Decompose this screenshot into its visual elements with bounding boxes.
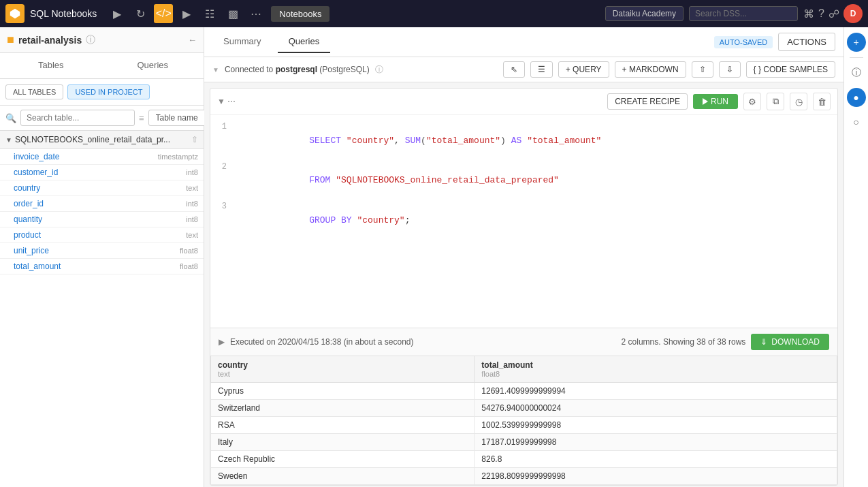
list-item[interactable]: order_id int8 [0,196,204,212]
list-item[interactable]: quantity int8 [0,212,204,227]
autosaved-badge: AUTO-SAVED [714,36,773,48]
up-arrow-btn[interactable]: ⇧ [692,61,713,78]
all-tables-button[interactable]: ALL TABLES [5,84,63,99]
table-row: Czech Republic 826.8 [211,450,837,467]
delete-icon[interactable]: 🗑 [813,93,831,110]
query-button[interactable]: + QUERY [558,61,609,78]
code-editor[interactable]: 1 SELECT "country", SUM("total_amount") … [210,115,837,328]
user-avatar[interactable]: D [843,4,863,23]
list-item[interactable]: country text [0,180,204,196]
table-row: Switzerland 54276.940000000024 [211,399,837,416]
nav-icon-code[interactable]: </> [154,4,173,23]
results-container: country text total_amount float8 [210,356,837,485]
cell-total: 17187.01999999998 [475,433,837,450]
code-line: 3 GROUP BY "country"; [210,200,837,240]
project-info-icon[interactable]: ⓘ [86,34,95,46]
table-list: ▼ SQLNOTEBOOKS_online_retail_data_pr... … [0,131,204,487]
rows-info: 2 columns. Showing 38 of 38 rows [622,337,746,347]
top-navbar: SQL Notebooks ▶ ↻ </> ▶ ☷ ▩ ⋯ Notebooks … [0,0,868,27]
nav-icon-refresh[interactable]: ↻ [131,4,150,23]
field-type: int8 [186,168,198,176]
nav-icon-more[interactable]: ⋯ [246,4,266,23]
back-arrow-icon[interactable]: ← [188,35,197,45]
code-samples-button[interactable]: { } CODE SAMPLES [746,61,835,78]
app-logo [5,4,25,23]
app-title: SQL Notebooks [30,8,97,19]
info-panel-icon[interactable]: ⓘ [847,63,866,82]
table-row: RSA 1002.5399999999998 [211,416,837,433]
copy-icon[interactable]: ⧉ [767,93,784,110]
expand-icon[interactable]: ⇖ [503,61,525,78]
search-icon: 🔍 [5,113,16,123]
create-recipe-button[interactable]: CREATE RECIPE [607,93,688,110]
field-name: order_id [14,199,186,208]
circle-outline-icon[interactable]: ○ [847,112,866,131]
cell-country: Sweden [211,467,475,484]
download-icon: ⇓ [760,337,767,347]
code-line: 1 SELECT "country", SUM("total_amount") … [210,121,837,161]
list-item[interactable]: unit_price float8 [0,243,204,259]
tab-summary[interactable]: Summary [212,31,272,53]
run-button[interactable]: RUN [693,94,738,109]
nav-icon-screen[interactable]: ▩ [223,4,242,23]
nav-icon-grid[interactable]: ☷ [200,4,219,23]
field-name: quantity [14,215,186,224]
share-icon[interactable]: ⇧ [191,135,198,144]
tab-tables[interactable]: Tables [0,53,102,78]
cell-total: 826.8 [475,450,837,467]
cell-country: Czech Republic [211,450,475,467]
execution-text: Executed on 2020/04/15 18:38 (in about a… [230,337,414,347]
grid-icon[interactable]: ⌘ [803,7,814,20]
actions-button[interactable]: ACTIONS [778,33,835,51]
dataiku-academy-button[interactable]: Dataiku Academy [605,6,684,21]
global-search-input[interactable] [689,6,798,21]
table-group: ▼ SQLNOTEBOOKS_online_retail_data_pr... … [0,131,204,274]
dots-toggle[interactable]: ▼ ⋯ [217,97,236,106]
sidebar-filter-controls: ALL TABLES USED IN PROJECT [0,79,204,106]
panel-divider [850,57,863,58]
table-group-header[interactable]: ▼ SQLNOTEBOOKS_online_retail_data_pr... … [0,131,204,149]
search-input[interactable] [20,110,135,126]
tab-queries[interactable]: Queries [278,31,331,53]
field-type: timestamptz [158,153,198,161]
help-icon[interactable]: ? [818,7,824,20]
list-view-btn[interactable]: ☰ [530,61,553,78]
cell-total: 12691.4099999999994 [475,382,837,399]
chart-icon[interactable]: ☍ [829,7,839,20]
connection-info-icon[interactable]: ⓘ [375,64,383,76]
list-item[interactable]: customer_id int8 [0,165,204,180]
editor-area: ▼ Connected to postgresql (PostgreSQL) ⓘ… [204,57,843,487]
notebooks-button[interactable]: Notebooks [271,6,329,22]
connection-bar: ▼ Connected to postgresql (PostgreSQL) ⓘ… [204,57,843,82]
tab-queries[interactable]: Queries [102,53,204,78]
clock-icon[interactable]: ◷ [790,93,807,110]
markdown-button[interactable]: + MARKDOWN [615,61,686,78]
code-line: 2 FROM "SQLNOTEBOOKS_online_retail_data_… [210,161,837,201]
used-in-project-button[interactable]: USED IN PROJECT [67,84,150,99]
cell-total: 22198.8099999999998 [475,467,837,484]
nav-icon-arrow[interactable]: ▶ [108,4,127,23]
sort-icon: ≡ [139,113,144,123]
list-item[interactable]: invoice_date timestamptz [0,149,204,165]
svg-marker-0 [10,9,20,18]
cell-country: RSA [211,416,475,433]
chevron-down-icon: ▼ [5,136,12,144]
field-type: int8 [186,215,198,223]
col-header-country: country text [211,356,475,382]
field-name: unit_price [14,246,180,255]
table-row: Cyprus 12691.4099999999994 [211,382,837,399]
execution-status: ▶ Executed on 2020/04/15 18:38 (in about… [210,328,837,356]
settings-icon[interactable]: ⚙ [743,93,761,110]
cell-total: 54276.940000000024 [475,399,837,416]
check-icon: ▶ [219,337,225,347]
cell-country: Cyprus [211,382,475,399]
list-item[interactable]: product text [0,227,204,243]
circle-blue-icon[interactable]: ● [847,88,866,107]
down-arrow-btn[interactable]: ⇩ [719,61,741,78]
list-item[interactable]: total_amount float8 [0,259,204,274]
download-button[interactable]: ⇓ DOWNLOAD [751,334,829,350]
right-panel: + ⓘ ● ○ [843,27,868,487]
search-row: 🔍 ≡ Table name [0,106,204,131]
add-panel-icon[interactable]: + [847,33,866,52]
nav-icon-play[interactable]: ▶ [177,4,196,23]
